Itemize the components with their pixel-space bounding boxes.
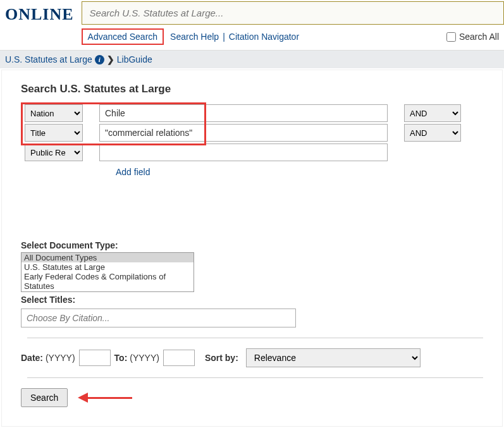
breadcrumb: U.S. Statutes at Large i ❯ LibGuide [0,51,504,68]
field-input-3[interactable] [99,144,388,161]
sort-label: Sort by: [205,353,238,363]
citation-navigator-link[interactable]: Citation Navigator [229,32,299,42]
doctype-option[interactable]: Early Federal Codes & Compilations of St… [22,272,194,291]
bool-select-1[interactable]: AND [404,104,461,122]
search-help-link[interactable]: Search Help [170,32,219,42]
page-title: Search U.S. Statutes at Large [21,83,483,95]
add-field-link[interactable]: Add field [116,167,150,177]
date-from-input[interactable] [79,350,111,366]
date-label: Date: (YYYY) [21,353,75,363]
to-label: To: (YYYY) [114,353,159,363]
search-bar [82,1,504,25]
search-input[interactable] [82,2,503,24]
info-icon[interactable]: i [95,55,104,64]
search-all-checkbox[interactable] [446,32,456,42]
doctype-option[interactable]: U.S. Statutes at Large [22,262,194,272]
field-input-1[interactable] [99,104,388,122]
titles-input[interactable] [21,309,296,327]
date-to-input[interactable] [163,350,195,366]
advanced-search-highlight: Advanced Search [82,28,164,45]
advanced-search-link[interactable]: Advanced Search [88,32,158,42]
chevron-right-icon: ❯ [107,54,114,64]
search-button[interactable]: Search [21,388,68,407]
field-select-3[interactable]: Public Re [25,144,83,161]
breadcrumb-collection[interactable]: U.S. Statutes at Large [5,54,92,64]
doctype-listbox[interactable]: All Document Types U.S. Statutes at Larg… [21,252,194,292]
search-all-label: Search All [459,32,499,42]
sort-select[interactable]: Relevance [246,348,421,367]
titles-label: Select Titles: [21,295,483,305]
divider [27,377,483,378]
arrow-annotation [78,393,132,403]
divider [27,338,483,338]
logo: ONLINE [0,0,82,29]
bool-select-2[interactable]: AND [404,124,461,142]
field-select-1[interactable]: Nation [25,104,83,122]
divider: | [223,32,225,42]
field-input-2[interactable] [99,124,388,142]
doctype-option[interactable]: Other Related Works [22,291,194,292]
doctype-option[interactable]: All Document Types [22,253,194,262]
doctype-label: Select Document Type: [21,240,483,250]
field-select-2[interactable]: Title [25,124,83,142]
breadcrumb-libguide[interactable]: LibGuide [117,54,152,64]
